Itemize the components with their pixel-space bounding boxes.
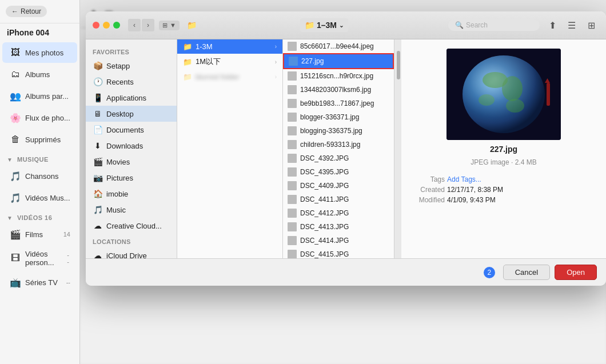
- file-thumb-icon: [288, 42, 297, 51]
- sidebar-setapp[interactable]: 📦 Setapp: [86, 58, 177, 74]
- sidebar-item-mes-photos[interactable]: 🖼 Mes photos: [2, 42, 77, 63]
- folder-item-1-3m[interactable]: 📁 1-3M ›: [177, 39, 282, 54]
- created-row: Created 12/17/17, 8:38 PM: [410, 186, 597, 194]
- sidebar-item-label: Vidéos person...: [25, 250, 67, 267]
- sidebar-item-albums-par[interactable]: 👥 Albums par...: [2, 86, 77, 106]
- series-tv-icon: 📺: [9, 276, 22, 289]
- main-content: ⬆ ⊞ 2019/12/27 (1) ‹ ›: [80, 0, 606, 364]
- add-tags-button[interactable]: Add Tags...: [447, 175, 481, 183]
- albums-par-icon: 👥: [9, 90, 22, 102]
- preview-metadata: Tags Add Tags... Created 12/17/17, 8:38 …: [410, 175, 597, 206]
- folder-column: 📁 1-3M › 📁 1M以下 › 📁 blurred folder: [177, 39, 283, 258]
- cancel-button[interactable]: Cancel: [503, 265, 550, 280]
- preview-filename: 227.jpg: [490, 145, 517, 154]
- file-item-dsc4411[interactable]: DSC_4411.JPG: [283, 193, 394, 206]
- file-item-blogging[interactable]: blogging-336375.jpg: [283, 124, 394, 138]
- setapp-icon: 📦: [93, 61, 103, 71]
- scrollbar[interactable]: [394, 39, 401, 258]
- sidebar-music[interactable]: 🎵 Music: [86, 202, 177, 218]
- close-window-button[interactable]: [93, 22, 99, 29]
- sidebar-item-label: Flux de pho...: [25, 114, 70, 122]
- view-switcher[interactable]: ⊞ ▼: [159, 21, 180, 30]
- file-item-dsc4409[interactable]: DSC_4409.JPG: [283, 179, 394, 193]
- file-item-children[interactable]: children-593313.jpg: [283, 138, 394, 151]
- sidebar-imobie[interactable]: 🏠 imobie: [86, 186, 177, 202]
- file-item-dsc4412[interactable]: DSC_4412.JPG: [283, 206, 394, 220]
- file-item-13448[interactable]: 13448203007lksm6.jpg: [283, 83, 394, 97]
- sidebar-documents[interactable]: 📄 Documents: [86, 122, 177, 138]
- file-thumb-icon: [288, 126, 297, 135]
- upload-icon[interactable]: ⬆: [544, 17, 560, 33]
- sidebar-item-supprimes[interactable]: 🗑 Supprimés: [2, 129, 77, 150]
- search-bar[interactable]: 🔍 Search: [448, 19, 540, 31]
- back-arrow-icon: ←: [11, 7, 18, 15]
- sidebar-item-chansons[interactable]: 🎵 Chansons: [2, 166, 77, 186]
- forward-arrow-button[interactable]: ›: [142, 19, 154, 31]
- folder-item-blurred[interactable]: 📁 blurred folder ›: [177, 70, 282, 84]
- file-thumb-icon: [288, 140, 297, 149]
- file-thumb-icon: [288, 154, 297, 163]
- file-thumb-icon: [288, 250, 297, 258]
- file-thumb-icon: [288, 195, 297, 204]
- favorites-label: Favorites: [86, 44, 177, 58]
- chevron-right-icon: ›: [275, 59, 277, 65]
- sidebar-pictures[interactable]: 📷 Pictures: [86, 170, 177, 186]
- tags-label: Tags: [410, 175, 445, 183]
- list-view-icon[interactable]: ☰: [564, 17, 580, 33]
- sidebar-movies[interactable]: 🎬 Movies: [86, 154, 177, 170]
- created-label: Created: [410, 186, 445, 194]
- search-icon: 🔍: [455, 21, 464, 29]
- sidebar-item-label: Supprimés: [25, 135, 61, 144]
- file-item-227[interactable]: 227.jpg: [283, 53, 394, 69]
- back-arrow-button[interactable]: ‹: [128, 19, 141, 31]
- file-item-dsc4392[interactable]: DSC_4392.JPG: [283, 151, 394, 165]
- back-button[interactable]: ← Retour: [6, 6, 47, 17]
- dialog-overlay: ‹ › ⊞ ▼ 📁 📁 1–3M ⌄ 🔍 Search: [80, 0, 606, 364]
- sidebar-downloads[interactable]: ⬇ Downloads: [86, 138, 177, 154]
- navigation-arrows: ‹ ›: [128, 19, 154, 31]
- maximize-window-button[interactable]: [113, 22, 120, 29]
- supprimes-icon: 🗑: [9, 133, 22, 146]
- open-button[interactable]: Open: [555, 265, 597, 280]
- file-thumb-icon: [288, 85, 297, 94]
- sidebar-item-flux[interactable]: 🌸 Flux de pho...: [2, 107, 77, 128]
- sidebar-recents[interactable]: 🕐 Recents: [86, 74, 177, 90]
- preview-panel: 227.jpg JPEG image · 2.4 MB Tags Add Tag…: [401, 39, 606, 258]
- sidebar-item-albums[interactable]: 🗂 Albums: [2, 64, 77, 85]
- sidebar-applications[interactable]: 📱 Applications: [86, 90, 177, 106]
- applications-icon: 📱: [93, 93, 103, 103]
- grid-view-icon[interactable]: ⊞: [583, 17, 599, 33]
- sidebar-item-label: Albums par...: [25, 92, 69, 101]
- file-item-be9bb[interactable]: be9bb1983...71867.jpeg: [283, 97, 394, 110]
- file-item-blogger[interactable]: blogger-336371.jpg: [283, 110, 394, 124]
- file-item-85c66017[interactable]: 85c66017...b9ee44.jpeg: [283, 39, 394, 53]
- sidebar-icloud-drive[interactable]: ☁ iCloud Drive: [86, 247, 177, 258]
- sidebar-creative-cloud[interactable]: ☁ Creative Cloud...: [86, 218, 177, 234]
- dialog-footer: 2 Cancel Open: [86, 258, 606, 286]
- documents-icon: 📄: [93, 125, 103, 135]
- tags-row: Tags Add Tags...: [410, 175, 597, 183]
- sidebar-item-films[interactable]: 🎬 Films 14: [2, 224, 77, 245]
- folder-item-1m[interactable]: 📁 1M以下 ›: [177, 54, 282, 70]
- svg-point-7: [463, 55, 545, 133]
- minimize-window-button[interactable]: [103, 22, 110, 29]
- sidebar-item-videos-perso[interactable]: 🎞 Vidéos person... --: [2, 246, 77, 271]
- toolbar-icons: ⬆ ☰ ⊞: [544, 17, 599, 33]
- file-item-dsc4395[interactable]: DSC_4395.JPG: [283, 165, 394, 179]
- file-item-dsc4413[interactable]: DSC_4413.JPG: [283, 220, 394, 234]
- sidebar-item-videos-mus[interactable]: 🎵 Vidéos Mus...: [2, 187, 77, 208]
- file-picker-dialog: ‹ › ⊞ ▼ 📁 📁 1–3M ⌄ 🔍 Search: [86, 11, 606, 286]
- sidebar-item-label: Vidéos Mus...: [25, 194, 70, 202]
- file-item-dsc4415[interactable]: DSC_4415.JPG: [283, 247, 394, 258]
- sidebar-item-series-tv[interactable]: 📺 Séries TV --: [2, 272, 77, 293]
- folder-icon-item: 📁: [183, 58, 192, 66]
- sidebar-desktop[interactable]: 🖥 Desktop: [86, 106, 177, 122]
- device-name: iPhone 004: [0, 23, 79, 42]
- file-item-151216[interactable]: 151216scn...h9r0rcx.jpg: [283, 69, 394, 83]
- file-item-dsc4414[interactable]: DSC_4414.JPG: [283, 234, 394, 247]
- file-thumb-icon: [288, 99, 297, 108]
- file-thumb-icon: [288, 209, 297, 218]
- folder-icon[interactable]: 📁: [184, 17, 200, 33]
- svg-rect-8: [547, 83, 550, 106]
- icloud-icon: ☁: [93, 250, 103, 258]
